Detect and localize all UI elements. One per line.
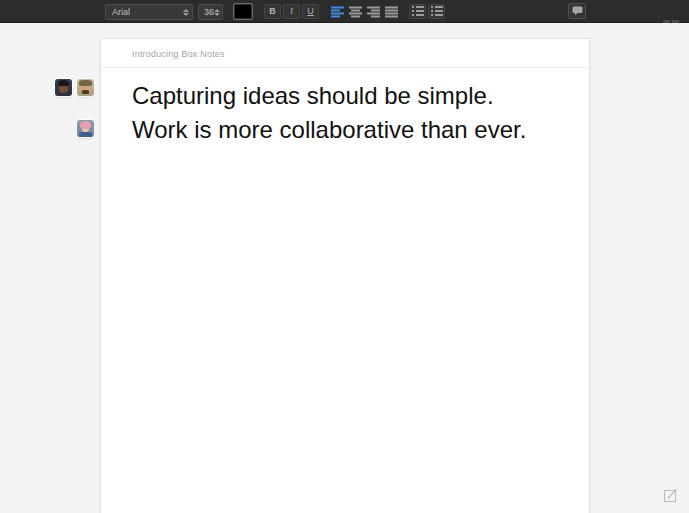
- note-editor[interactable]: Capturing ideas should be simple. Work i…: [132, 79, 569, 147]
- text-color-button[interactable]: [233, 3, 253, 20]
- align-justify-icon: [385, 6, 398, 18]
- collaborator-avatar-man-dark-hair[interactable]: [55, 79, 72, 96]
- align-right-icon: [367, 6, 380, 18]
- title-divider: [101, 67, 589, 68]
- note-line[interactable]: Work is more collaborative than ever.: [132, 113, 569, 147]
- avatar-art: [79, 80, 92, 86]
- note-page[interactable]: Introducing Box Notes Capturing ideas sh…: [100, 38, 590, 513]
- comment-bubble-icon: [572, 6, 583, 16]
- avatar-art: [58, 80, 69, 86]
- font-family-value: Arial: [112, 5, 130, 19]
- bullet-list-icon: [431, 6, 443, 17]
- align-justify-button[interactable]: [383, 4, 400, 19]
- avatar-art: [80, 121, 91, 129]
- formatting-toolbar: Arial 36 B I U: [0, 0, 689, 23]
- note-title[interactable]: Introducing Box Notes: [132, 49, 225, 59]
- collaborator-avatar-person-pink-hair[interactable]: [77, 120, 94, 137]
- font-size-select[interactable]: 36: [198, 4, 223, 20]
- italic-button[interactable]: I: [283, 4, 300, 19]
- avatar-art: [82, 90, 89, 94]
- underline-button[interactable]: U: [302, 4, 319, 19]
- bold-button[interactable]: B: [264, 4, 281, 19]
- note-line[interactable]: Capturing ideas should be simple.: [132, 79, 569, 113]
- comments-button[interactable]: [568, 3, 586, 19]
- bullet-list-button[interactable]: [428, 4, 445, 19]
- align-right-button[interactable]: [365, 4, 382, 19]
- pencil-square-icon: [664, 488, 678, 502]
- font-size-value: 36: [204, 5, 214, 19]
- chevron-up-down-icon: [214, 9, 220, 16]
- align-center-button[interactable]: [347, 4, 364, 19]
- color-swatch: [235, 5, 251, 18]
- align-left-button[interactable]: [329, 4, 346, 19]
- edit-note-button[interactable]: [664, 488, 678, 502]
- chevron-up-down-icon: [183, 9, 189, 16]
- collaborator-avatar-man-with-hat[interactable]: [77, 79, 94, 96]
- avatar-art: [79, 132, 92, 137]
- toolbar-grip-dashes: [663, 20, 679, 23]
- numbered-list-icon: [412, 6, 424, 17]
- box-notes-window: Arial 36 B I U: [0, 0, 689, 513]
- align-center-icon: [349, 6, 362, 18]
- numbered-list-button[interactable]: [409, 4, 426, 19]
- font-family-select[interactable]: Arial: [105, 4, 193, 20]
- align-left-icon: [331, 6, 344, 18]
